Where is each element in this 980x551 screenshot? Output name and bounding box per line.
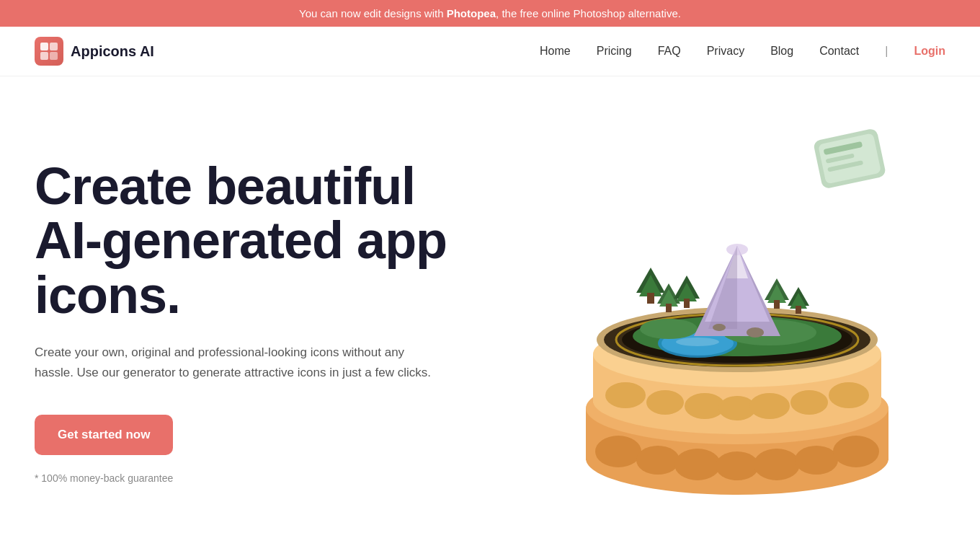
svg-rect-2 (40, 52, 48, 60)
nav-link-faq[interactable]: FAQ (658, 45, 681, 57)
navbar: Appicons AI Home Pricing FAQ Privacy Blo… (0, 27, 980, 76)
cta-button[interactable]: Get started now (35, 415, 173, 455)
nav-link-pricing[interactable]: Pricing (597, 45, 632, 57)
svg-point-17 (795, 446, 838, 475)
nav-item-pricing[interactable]: Pricing (597, 45, 632, 58)
hero-subtitle: Create your own, original and profession… (35, 343, 438, 383)
svg-rect-46 (684, 299, 690, 308)
hero-title-line1: Create beautiful (35, 157, 415, 215)
guarantee-text: * 100% money-back guarantee (35, 472, 525, 484)
hero-section: Create beautiful AI-generated app icons.… (0, 76, 980, 551)
svg-point-22 (605, 382, 646, 408)
svg-marker-57 (708, 246, 737, 329)
logo-icon (35, 37, 63, 66)
svg-point-14 (674, 449, 721, 480)
nav-links: Home Pricing FAQ Privacy Blog Contact | … (540, 45, 945, 58)
hero-title: Create beautiful AI-generated app icons. (35, 159, 525, 323)
svg-rect-0 (40, 43, 48, 50)
svg-point-27 (790, 390, 828, 415)
svg-rect-40 (647, 293, 654, 304)
logo-text: Appicons AI (71, 43, 154, 60)
nav-link-contact[interactable]: Contact (819, 45, 859, 57)
svg-point-58 (747, 327, 764, 338)
svg-point-12 (595, 436, 641, 467)
nav-item-contact[interactable]: Contact (819, 45, 859, 58)
nav-link-blog[interactable]: Blog (770, 45, 793, 57)
hero-title-line2: AI-generated app (35, 211, 447, 269)
banner-prefix: You can now edit designs with (299, 7, 447, 19)
nav-link-home[interactable]: Home (540, 45, 571, 57)
svg-rect-1 (50, 43, 58, 50)
top-banner: You can now edit designs with Photopea, … (0, 0, 980, 27)
nav-link-login[interactable]: Login (914, 45, 945, 57)
svg-rect-43 (666, 304, 672, 312)
svg-point-60 (676, 338, 719, 346)
nav-item-privacy[interactable]: Privacy (707, 45, 744, 58)
svg-point-16 (754, 449, 800, 480)
svg-point-59 (713, 324, 726, 331)
svg-rect-52 (796, 306, 801, 314)
svg-rect-49 (774, 300, 780, 309)
svg-point-37 (640, 319, 698, 339)
banner-highlight: Photopea (447, 7, 496, 19)
svg-point-28 (829, 382, 869, 408)
nav-item-login[interactable]: Login (914, 45, 945, 58)
hero-title-line3: icons. (35, 266, 180, 324)
svg-point-26 (749, 393, 790, 419)
hero-illustration (553, 127, 928, 516)
svg-point-13 (636, 446, 680, 475)
svg-point-18 (833, 436, 879, 467)
nav-divider: | (885, 45, 888, 58)
nav-item-blog[interactable]: Blog (770, 45, 793, 58)
svg-rect-3 (50, 52, 58, 60)
hero-content: Create beautiful AI-generated app icons.… (35, 159, 525, 485)
svg-point-23 (646, 390, 684, 415)
svg-point-15 (716, 451, 759, 480)
nav-item-faq[interactable]: FAQ (658, 45, 681, 58)
nav-link-privacy[interactable]: Privacy (707, 45, 744, 57)
banner-suffix: , the free online Photoshop alternative. (496, 7, 681, 19)
nav-item-home[interactable]: Home (540, 45, 571, 58)
logo-svg (39, 41, 59, 61)
hero-visual (535, 127, 945, 516)
logo-link[interactable]: Appicons AI (35, 37, 154, 66)
